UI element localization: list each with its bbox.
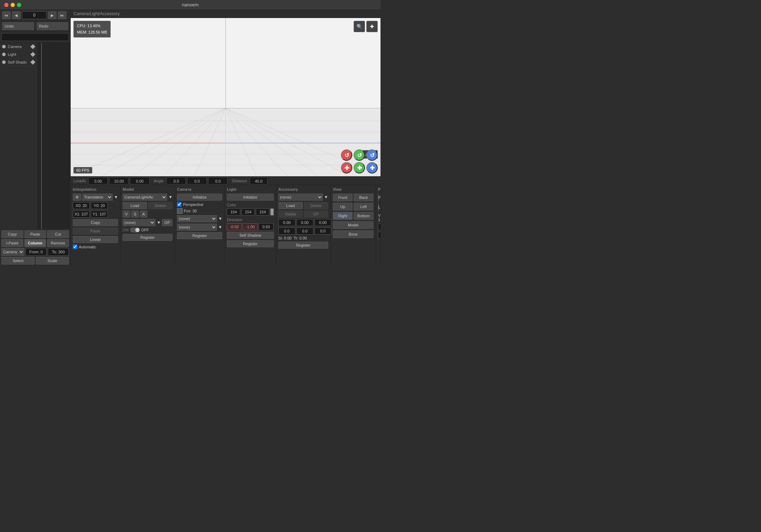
model-load-button[interactable]: Load — [123, 202, 147, 209]
remove-button[interactable]: Remove — [47, 239, 69, 247]
automatic-checkbox[interactable] — [73, 244, 77, 249]
rewind-button[interactable]: ◀ — [12, 11, 20, 19]
viewport[interactable]: CPU: 13.40% MEM: 128.56 MB 🔍 ✚ Local — [71, 18, 380, 176]
accessory-load-button[interactable]: Load — [278, 202, 303, 209]
view-model-button[interactable]: Model — [333, 221, 373, 229]
on-off-switch[interactable] — [130, 227, 140, 232]
rotate-x-red-button[interactable]: ↺ — [341, 149, 352, 161]
camera-none2-select[interactable]: (none) — [177, 224, 217, 231]
search-icon: 🔍 — [356, 24, 362, 29]
view-up-button[interactable]: Up — [333, 203, 353, 211]
copy-button[interactable]: Copy — [1, 230, 23, 238]
search-viewport-button[interactable]: 🔍 — [354, 21, 365, 32]
view-front-button[interactable]: Front — [333, 194, 353, 201]
view-left-button[interactable]: Left — [354, 203, 373, 211]
play-loop-button[interactable]: Loop — [378, 203, 379, 211]
redo-button[interactable]: Redo — [37, 22, 69, 30]
light-dy-input[interactable]: -1.00 — [243, 223, 258, 230]
perspective-checkbox[interactable] — [177, 202, 182, 207]
light-dx-input[interactable]: -0.50 — [227, 223, 242, 230]
model-s-button[interactable]: S — [131, 211, 138, 218]
acc-v2[interactable]: 0.00 — [296, 219, 313, 226]
on-off-toggle: ON OFF — [123, 227, 172, 232]
model-none1-arrow: ▼ — [157, 220, 161, 225]
acc-tr: Tr: 0.00 — [294, 236, 307, 240]
column-button[interactable]: Column — [24, 239, 46, 247]
interpolation-type-select[interactable]: Translation — [82, 194, 113, 201]
move-z-blue-button[interactable]: ✚ — [366, 162, 378, 173]
camera-initialize-button[interactable]: Initialize — [177, 194, 222, 201]
model-a-button[interactable]: A — [140, 211, 147, 218]
scale-button[interactable]: Scale — [36, 257, 69, 265]
accessory-delete-button[interactable]: Delete — [304, 202, 328, 209]
interpolation-gear-button[interactable]: ⚙ — [73, 194, 81, 201]
acc-v3[interactable]: 0.00 — [314, 219, 331, 226]
model-none1-select[interactable]: (none) — [123, 219, 155, 226]
paste-button[interactable]: Paste — [24, 230, 46, 238]
model-v-button[interactable]: V — [123, 211, 130, 218]
maximize-button[interactable] — [17, 3, 21, 7]
view-right-button[interactable]: Right — [333, 212, 353, 220]
frame-input[interactable]: 0 — [22, 11, 47, 19]
fov-label: Fov: 30 — [184, 209, 197, 213]
accessory-op-button[interactable]: OP — [304, 211, 328, 218]
play-play-button[interactable]: Play — [378, 194, 379, 201]
plus-icon: ✚ — [370, 24, 374, 29]
from-input[interactable]: From: 0 — [25, 248, 47, 256]
x1-input[interactable]: X1: 107 — [73, 211, 90, 218]
light-b-input[interactable]: 154 — [256, 208, 269, 215]
minimize-button[interactable] — [11, 3, 15, 7]
ipaste-button[interactable]: I-Paste — [1, 239, 23, 247]
interpolation-copy-button[interactable]: Copy — [73, 219, 118, 226]
rotate-z-blue-button[interactable]: ↺ — [366, 149, 378, 161]
light-r-input[interactable]: 154 — [227, 208, 240, 215]
light-dz-input[interactable]: 0.50 — [259, 223, 273, 230]
dropdown-arrow-icon: ▼ — [114, 195, 118, 200]
timeline-text-input[interactable] — [1, 33, 69, 41]
acc-v5[interactable]: 0.0 — [296, 227, 313, 235]
timeline-canvas — [37, 43, 70, 229]
add-viewport-button[interactable]: ✚ — [366, 21, 378, 32]
view-bone-button[interactable]: Bone — [333, 230, 373, 238]
interpolation-paste-button[interactable]: Paste — [73, 227, 118, 235]
camera-register-button[interactable]: Register — [177, 232, 222, 239]
acc-v6[interactable]: 0.0 — [314, 227, 331, 235]
fast-forward-button[interactable]: ⏭ — [58, 11, 66, 19]
rotate-y-green-button[interactable]: ↺ — [354, 149, 365, 161]
x0-input[interactable]: X0: 20 — [73, 202, 90, 209]
rewind-start-button[interactable]: ⏮ — [2, 11, 11, 19]
move-x-red-button[interactable]: ✚ — [341, 162, 352, 173]
view-back-button[interactable]: Back — [354, 194, 373, 201]
light-register-button[interactable]: Register — [227, 240, 273, 247]
model-register-button[interactable]: Register — [123, 234, 172, 241]
play-button[interactable]: ▶ — [48, 11, 57, 19]
camera-dropdown[interactable]: Camera — [1, 248, 24, 256]
undo-button[interactable]: Undo — [2, 22, 34, 30]
to-input[interactable]: To: 300 — [48, 248, 69, 256]
view-bottom-button[interactable]: Bottom — [354, 212, 373, 220]
light-initialize-button[interactable]: Initialize — [227, 194, 273, 201]
y0-input[interactable]: Y0: 20 — [91, 202, 108, 209]
light-diamond — [30, 52, 35, 57]
model-dropdown[interactable]: Camera/Light/Ac — [123, 194, 167, 201]
light-color-swatch[interactable] — [270, 208, 273, 215]
acc-v4[interactable]: 0.0 — [278, 227, 295, 235]
move-y-green-button[interactable]: ✚ — [354, 162, 365, 173]
accessory-visible-button[interactable]: Visible — [278, 211, 303, 218]
model-delete-button[interactable]: Delete — [148, 202, 172, 209]
cut-button[interactable]: Cut — [47, 230, 69, 238]
select-button[interactable]: Select — [1, 257, 35, 265]
interpolation-linear-button[interactable]: Linear — [73, 236, 118, 243]
acc-v1[interactable]: 0.00 — [278, 219, 295, 226]
play-from-input[interactable]: From: 0 — [378, 223, 380, 230]
self-shadow-button[interactable]: Self Shadow — [227, 232, 273, 239]
accessory-register-button[interactable]: Register — [278, 242, 328, 249]
model-op-button[interactable]: OP — [162, 219, 172, 226]
close-button[interactable] — [4, 3, 8, 7]
play-to-input[interactable]: To: 300 — [378, 232, 380, 239]
camera-none1-select[interactable]: (none) — [177, 215, 217, 222]
y1-input[interactable]: Y1: 107 — [91, 211, 108, 218]
timeline-grid-svg — [37, 43, 70, 229]
accessory-dropdown[interactable]: (none) — [278, 194, 323, 201]
light-g-input[interactable]: 154 — [241, 208, 255, 215]
